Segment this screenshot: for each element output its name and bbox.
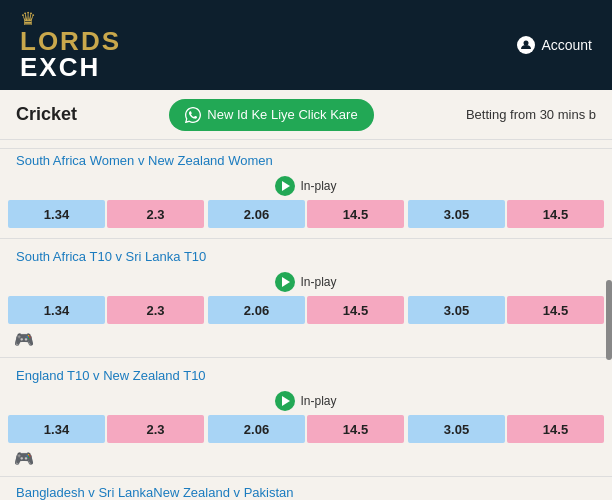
odds-cell[interactable]: 2.3 (107, 296, 204, 324)
odds-cell[interactable]: 14.5 (307, 200, 404, 228)
match-section-2: South Africa T10 v Sri Lanka T10 In-play… (0, 239, 612, 358)
main-content: South Africa Women v New Zealand Women I… (0, 140, 612, 500)
inplay-label-2: In-play (300, 275, 336, 289)
odds-cell[interactable]: 3.05 (408, 415, 505, 443)
play-icon-1 (275, 176, 295, 196)
user-icon (517, 36, 535, 54)
odds-cell[interactable]: 14.5 (307, 296, 404, 324)
whatsapp-icon (185, 107, 201, 123)
odds-cell[interactable]: 2.3 (107, 415, 204, 443)
odds-cell[interactable]: 3.05 (408, 200, 505, 228)
odds-cell[interactable]: 14.5 (507, 296, 604, 324)
gamepad-icon: 🎮 (0, 328, 612, 351)
account-label: Account (541, 37, 592, 53)
match-section-1: South Africa Women v New Zealand Women I… (0, 140, 612, 239)
match-title-3[interactable]: England T10 v New Zealand T10 (0, 366, 612, 387)
inplay-row-2: In-play (0, 268, 612, 296)
match-section-bottom: Bangladesh v Sri LankaNew Zealand v Paki… (0, 477, 612, 500)
logo-exch: EXCH (20, 52, 100, 82)
inplay-label-3: In-play (300, 394, 336, 408)
subheader: Cricket New Id Ke Liye Click Kare Bettin… (0, 90, 612, 140)
new-id-label: New Id Ke Liye Click Kare (207, 107, 357, 122)
separator (0, 148, 612, 149)
odds-cell[interactable]: 1.34 (8, 296, 105, 324)
match-title-1[interactable]: South Africa Women v New Zealand Women (0, 151, 612, 172)
logo-area: ♛ LORDS EXCH (20, 10, 121, 80)
odds-cell[interactable]: 14.5 (507, 200, 604, 228)
odds-cell[interactable]: 2.06 (208, 200, 305, 228)
odds-row-1: 1.34 2.3 2.06 14.5 3.05 14.5 (0, 200, 612, 228)
inplay-badge-2: In-play (275, 272, 336, 292)
gamepad-icon-2: 🎮 (0, 447, 612, 470)
odds-cell[interactable]: 2.3 (107, 200, 204, 228)
odds-group-1b: 2.06 14.5 (208, 200, 404, 228)
match-section-3: England T10 v New Zealand T10 In-play 1.… (0, 358, 612, 477)
betting-info: Betting from 30 mins b (466, 107, 596, 122)
odds-row-2: 1.34 2.3 2.06 14.5 3.05 14.5 (0, 296, 612, 324)
inplay-badge-3: In-play (275, 391, 336, 411)
odds-row-3: 1.34 2.3 2.06 14.5 3.05 14.5 (0, 415, 612, 443)
odds-cell[interactable]: 14.5 (307, 415, 404, 443)
logo-text: LORDS EXCH (20, 28, 121, 80)
odds-group-3a: 1.34 2.3 (8, 415, 204, 443)
odds-cell[interactable]: 2.06 (208, 296, 305, 324)
new-id-button[interactable]: New Id Ke Liye Click Kare (169, 99, 373, 131)
header: ♛ LORDS EXCH Account (0, 0, 612, 90)
odds-group-1c: 3.05 14.5 (408, 200, 604, 228)
odds-cell[interactable]: 2.06 (208, 415, 305, 443)
play-icon-2 (275, 272, 295, 292)
scrollbar[interactable] (606, 280, 612, 360)
odds-group-3b: 2.06 14.5 (208, 415, 404, 443)
match-title-2[interactable]: South Africa T10 v Sri Lanka T10 (0, 247, 612, 268)
svg-point-0 (524, 41, 529, 46)
account-button[interactable]: Account (517, 36, 592, 54)
odds-group-2c: 3.05 14.5 (408, 296, 604, 324)
match-title-bottom[interactable]: Bangladesh v Sri LankaNew Zealand v Paki… (0, 485, 612, 500)
inplay-row-1: In-play (0, 172, 612, 200)
odds-cell[interactable]: 1.34 (8, 200, 105, 228)
odds-group-2a: 1.34 2.3 (8, 296, 204, 324)
odds-cell[interactable]: 1.34 (8, 415, 105, 443)
inplay-row-3: In-play (0, 387, 612, 415)
section-title: Cricket (16, 104, 77, 125)
play-icon-3 (275, 391, 295, 411)
odds-group-1a: 1.34 2.3 (8, 200, 204, 228)
odds-group-2b: 2.06 14.5 (208, 296, 404, 324)
inplay-badge-1: In-play (275, 176, 336, 196)
odds-cell[interactable]: 3.05 (408, 296, 505, 324)
odds-group-3c: 3.05 14.5 (408, 415, 604, 443)
odds-cell[interactable]: 14.5 (507, 415, 604, 443)
inplay-label-1: In-play (300, 179, 336, 193)
